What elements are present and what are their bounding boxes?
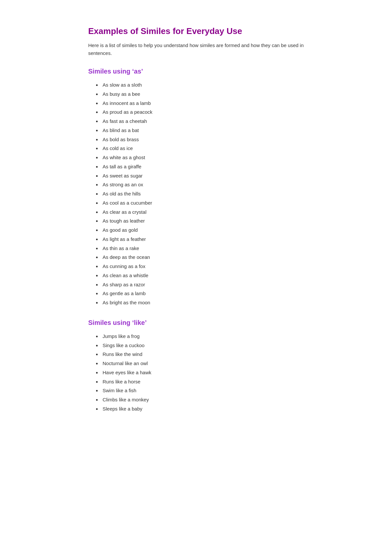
list-item: As cool as a cucumber <box>101 198 317 208</box>
list-item: As bright as the moon <box>101 298 317 307</box>
list-item: As slow as a sloth <box>101 80 317 90</box>
list-item: As sweet as sugar <box>101 171 317 180</box>
section-like-section: Similes using ‘like’Jumps like a frogSin… <box>88 319 317 413</box>
list-item: As bold as brass <box>101 135 317 144</box>
simile-list-0: As slow as a slothAs busy as a beeAs inn… <box>88 80 317 307</box>
intro-text: Here is a list of similes to help you un… <box>88 42 317 57</box>
list-item: Have eyes like a hawk <box>101 368 317 377</box>
list-item: Sleeps like a baby <box>101 404 317 413</box>
list-item: As tall as a giraffe <box>101 162 317 171</box>
list-item: As tough as leather <box>101 216 317 226</box>
list-item: Climbs like a monkey <box>101 395 317 404</box>
list-item: Runs like a horse <box>101 377 317 386</box>
simile-list-1: Jumps like a frogSings like a cuckooRuns… <box>88 332 317 413</box>
list-item: As proud as a peacock <box>101 108 317 117</box>
list-item: As innocent as a lamb <box>101 99 317 108</box>
list-item: As sharp as a razor <box>101 280 317 289</box>
list-item: Swim like a fish <box>101 386 317 395</box>
list-item: As strong as an ox <box>101 180 317 189</box>
list-item: As busy as a bee <box>101 90 317 99</box>
list-item: As gentle as a lamb <box>101 289 317 298</box>
list-item: As deep as the ocean <box>101 253 317 262</box>
sections-container: Similes using ‘as’As slow as a slothAs b… <box>88 68 317 413</box>
list-item: As good as gold <box>101 226 317 235</box>
page-container: Examples of Similes for Everyday Use Her… <box>56 0 336 451</box>
section-title-1: Similes using ‘like’ <box>88 319 317 327</box>
section-title-0: Similes using ‘as’ <box>88 68 317 75</box>
list-item: As fast as a cheetah <box>101 117 317 126</box>
list-item: As clean as a whistle <box>101 271 317 280</box>
list-item: Runs like the wind <box>101 350 317 359</box>
list-item: As thin as a rake <box>101 244 317 253</box>
list-item: As blind as a bat <box>101 126 317 135</box>
list-item: Sings like a cuckoo <box>101 341 317 350</box>
list-item: As white as a ghost <box>101 153 317 162</box>
list-item: As old as the hills <box>101 189 317 198</box>
list-item: Jumps like a frog <box>101 332 317 341</box>
list-item: As cold as ice <box>101 144 317 153</box>
section-as-section: Similes using ‘as’As slow as a slothAs b… <box>88 68 317 307</box>
main-title: Examples of Similes for Everyday Use <box>88 26 317 36</box>
list-item: Nocturnal like an owl <box>101 359 317 368</box>
list-item: As clear as a crystal <box>101 208 317 217</box>
list-item: As light as a feather <box>101 235 317 244</box>
list-item: As cunning as a fox <box>101 262 317 271</box>
